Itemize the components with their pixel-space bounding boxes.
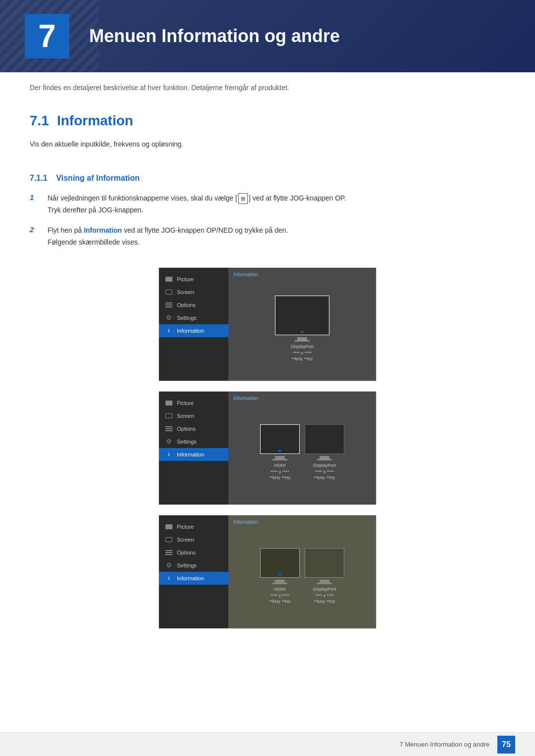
menu-item-settings-3: ⚙ Settings <box>159 559 228 572</box>
menu-item-options-3: Options <box>159 546 228 559</box>
page-footer: 7 Menuen Information og andre 75 <box>0 732 535 756</box>
subsection-number: 7.1.1 <box>30 174 48 182</box>
display-screen-hdmi-3 <box>260 548 300 578</box>
menu-panel-2: Picture Screen Options ⚙ <box>159 392 228 504</box>
menu-item-settings-1: ⚙ Settings <box>159 311 228 324</box>
settings-icon-2: ⚙ <box>165 439 173 445</box>
menu-label-info-2: Information <box>177 452 204 457</box>
options-icon-3 <box>165 550 173 555</box>
display-label-hdmi: HDMI**** x ******kHz **Hz <box>269 462 290 481</box>
screen-icon-1 <box>165 289 173 295</box>
step-2-number: 2 <box>30 225 40 234</box>
info-icon-1: i <box>165 328 173 334</box>
subsection-label: Visning af Information <box>56 174 140 182</box>
menu-label-settings-1: Settings <box>177 315 197 321</box>
menu-label-screen-2: Screen <box>177 413 194 419</box>
menu-label-picture-2: Picture <box>177 400 194 406</box>
menu-panel-3: Picture Screen Options ⚙ <box>159 515 228 628</box>
display-label-dp-3: DisplayPort**** x ******kHz **Hz <box>313 586 336 605</box>
menu-label-options-1: Options <box>177 302 196 308</box>
header-subtitle: Der findes en detaljeret beskrivelse af … <box>0 72 535 98</box>
stand-hdmi <box>272 456 287 460</box>
screen-icon-2 <box>165 413 173 419</box>
screenshot-2: Picture Screen Options ⚙ <box>159 391 376 505</box>
menu-label-picture-1: Picture <box>177 276 194 282</box>
display-screen-single <box>275 296 329 335</box>
display-item-single: DisplayPort**** x ******kHz **Hz <box>275 296 329 362</box>
menu-item-settings-2: ⚙ Settings <box>159 435 228 448</box>
info-title-1: Information <box>233 272 371 277</box>
settings-icon-3: ⚙ <box>165 562 173 568</box>
display-label-hdmi-3: HDMI**** x ******kHz **Hz <box>269 586 290 605</box>
display-screen-dp-3 <box>305 548 344 578</box>
menu-label-settings-2: Settings <box>177 439 197 445</box>
stand-dp <box>317 456 332 460</box>
footer-page-number: 75 <box>497 736 515 754</box>
screen-icon-3 <box>165 537 173 543</box>
display-item-hdmi: HDMI**** x ******kHz **Hz <box>260 424 300 481</box>
menu-item-options-2: Options <box>159 422 228 435</box>
info-panel-2: Information HDMI**** x ******kHz **Hz <box>228 392 376 504</box>
menu-item-screen-3: Screen <box>159 533 228 546</box>
picture-icon-2 <box>165 400 173 406</box>
section-description: Vis den aktuelle inputkilde, frekvens og… <box>30 139 505 150</box>
menu-label-info-3: Information <box>177 575 204 581</box>
menu-item-picture-3: Picture <box>159 520 228 533</box>
display-item-hdmi-3: HDMI**** x ******kHz **Hz <box>260 548 300 605</box>
step-2: 2 Flyt hen på Information ved at flytte … <box>30 225 505 249</box>
step-2-content: Flyt hen på Information ved at flytte JO… <box>48 225 288 249</box>
chapter-number-box: 7 <box>25 14 69 58</box>
menu-item-screen-1: Screen <box>159 286 228 299</box>
info-icon-3: i <box>165 575 173 581</box>
info-icon-2: i <box>165 452 173 457</box>
menu-label-options-3: Options <box>177 550 196 555</box>
info-panel-1: Information DisplayPort**** x ******kHz … <box>228 268 376 381</box>
menu-label-screen-3: Screen <box>177 537 194 543</box>
menu-item-options-1: Options <box>159 299 228 311</box>
menu-item-info-2: i Information <box>159 448 228 461</box>
info-panel-3: Information HDMI**** x ******kHz **Hz <box>228 515 376 628</box>
displays-1: DisplayPort**** x ******kHz **Hz <box>233 281 371 377</box>
menu-item-screen-2: Screen <box>159 409 228 422</box>
display-item-dp: DisplayPort**** x ******kHz **Hz <box>305 424 344 481</box>
picture-icon-1 <box>165 276 173 282</box>
screenshot-3: Picture Screen Options ⚙ <box>159 515 376 629</box>
step-1-content: Når vejledningen til funktionsknapperne … <box>48 193 346 216</box>
picture-icon-3 <box>165 524 173 530</box>
menu-label-options-2: Options <box>177 426 196 432</box>
step-2-highlight: Information <box>84 226 122 234</box>
section-title: Information <box>57 113 133 129</box>
menu-item-info-3: i Information <box>159 572 228 585</box>
display-screen-hdmi <box>260 424 300 454</box>
subsection-711: 7.1.1 Visning af Information <box>0 174 535 183</box>
jog-icon: ⊞ <box>238 193 248 204</box>
screenshot-1: Picture Screen Options ⚙ <box>159 267 376 381</box>
screenshots-container: Picture Screen Options ⚙ <box>0 257 535 639</box>
display-screen-dp <box>305 424 344 454</box>
menu-label-settings-3: Settings <box>177 562 197 568</box>
display-item-dp-3: DisplayPort**** x ******kHz **Hz <box>305 548 344 605</box>
menu-label-picture-3: Picture <box>177 524 194 530</box>
settings-icon-1: ⚙ <box>165 315 173 321</box>
header-title: Menuen Information og andre <box>89 26 340 47</box>
menu-label-screen-1: Screen <box>177 289 194 295</box>
menu-item-info-1: i Information <box>159 324 228 337</box>
menu-item-picture-1: Picture <box>159 273 228 286</box>
menu-label-info-1: Information <box>177 328 204 334</box>
options-icon-2 <box>165 426 173 432</box>
menu-panel-1: Picture Screen Options ⚙ <box>159 268 228 381</box>
section-71: 7.1 Information Vis den aktuelle inputki… <box>0 98 535 173</box>
section-71-title: 7.1 Information <box>30 113 505 129</box>
footer-text: 7 Menuen Information og andre <box>400 741 489 748</box>
info-title-3: Information <box>233 519 371 525</box>
display-label-dp: DisplayPort**** x ******kHz **Hz <box>313 462 336 481</box>
displays-3: HDMI**** x ******kHz **Hz DisplayPort***… <box>233 529 371 624</box>
steps-container: 1 Når vejledningen til funktionsknappern… <box>0 193 535 249</box>
stand-hdmi-3 <box>272 580 287 584</box>
info-title-2: Information <box>233 396 371 401</box>
chapter-number: 7 <box>38 20 56 52</box>
displays-2: HDMI**** x ******kHz **Hz DisplayPort***… <box>233 405 371 501</box>
stand-single <box>295 337 310 342</box>
step-1-number: 1 <box>30 193 40 202</box>
stand-dp-3 <box>317 580 332 584</box>
